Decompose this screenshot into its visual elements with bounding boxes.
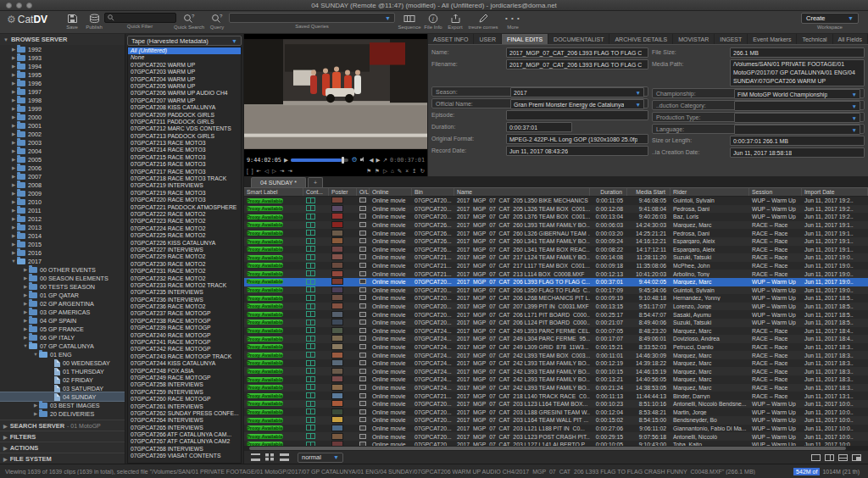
- add-marker-icon[interactable]: ⚑: [375, 167, 380, 175]
- tape-list-item[interactable]: 07GPCAT243 RACE MOTOGP TRACK: [128, 353, 241, 360]
- actions-header[interactable]: ▶ ACTIONS: [0, 442, 125, 453]
- details-tab[interactable]: Technical: [797, 34, 832, 44]
- tree-expander-icon[interactable]: ▶: [32, 403, 39, 408]
- tree-item[interactable]: ▶ 06 GP ITALY: [0, 333, 125, 342]
- table-row[interactable]: Proxy Available Online movie 07GPCAT26..…: [244, 237, 868, 246]
- next-clip-icon[interactable]: ▶: [376, 157, 381, 164]
- tree-expander-icon[interactable]: ▶: [10, 123, 17, 128]
- play-button[interactable]: ▶: [284, 157, 288, 164]
- tape-list-item[interactable]: 07GPCAT264 INTERVIEWS: [128, 417, 241, 424]
- tape-list-item[interactable]: 07GPCAT258 INTERVIEWS: [128, 381, 241, 388]
- column-header[interactable]: Media Start: [627, 188, 670, 196]
- set-marker-icon[interactable]: ⚑: [366, 167, 371, 175]
- tree-expander-icon[interactable]: ▶: [10, 165, 17, 170]
- tree-item[interactable]: ▶ 1995: [0, 70, 125, 79]
- table-row[interactable]: Proxy Available Online movie 07GPCAT24..…: [244, 367, 868, 375]
- tape-list-item[interactable]: 07GPCAT221 PADDOCK ATMOSPHERE: [128, 204, 241, 211]
- tree-item[interactable]: ▼ 2017: [0, 257, 125, 265]
- tree-item[interactable]: 03 SATURDAY: [0, 384, 125, 392]
- table-row[interactable]: Proxy Available Online movie 07GPCAT24..…: [244, 351, 868, 359]
- table-row[interactable]: Proxy Available Online movie 07GPCAT20..…: [244, 197, 868, 205]
- table-row[interactable]: Proxy Available Online movie 07GPCAT24..…: [244, 375, 868, 384]
- tree-expander-icon[interactable]: ▶: [22, 309, 29, 314]
- tree-item[interactable]: ▶ 2012: [0, 214, 125, 223]
- table-row[interactable]: Proxy Available Online movie 07GPCAT26..…: [244, 221, 868, 230]
- tree-expander-icon[interactable]: ▶: [10, 106, 17, 111]
- playhead[interactable]: [342, 157, 344, 164]
- tree-item[interactable]: ▶ 2007: [0, 172, 125, 181]
- details-tab[interactable]: MOVISTAR: [673, 34, 715, 44]
- table-row[interactable]: Proxy Available Online movie 07GPCAT20..…: [244, 205, 868, 214]
- jump-end-icon[interactable]: ⇥: [288, 167, 292, 175]
- column-header[interactable]: Online: [370, 188, 412, 196]
- tree-item[interactable]: ▶ 2010: [0, 197, 125, 206]
- tape-list-item[interactable]: 07GPCAT219 RACE MOTO3: [128, 190, 241, 197]
- tree-item[interactable]: ▶ 2009: [0, 189, 125, 197]
- field-input[interactable]: FIM MotoGP World Championship▼: [734, 89, 860, 99]
- tree-expander-icon[interactable]: ▶: [22, 301, 29, 306]
- tape-list-item[interactable]: 07GPCAT213 RACE MOTO3: [128, 140, 241, 147]
- table-row[interactable]: Proxy Available Online movie 07GPCAT21..…: [244, 262, 868, 270]
- tape-list-item[interactable]: 07GPCAT226 KISS CATALUNYA: [128, 240, 241, 247]
- delete-marker-icon[interactable]: ×: [405, 167, 409, 175]
- tape-list-item[interactable]: 07GPCAT232 RACE MOTO2: [128, 275, 241, 282]
- tape-list-item[interactable]: 07GPCAT225 RACE MOTO2: [128, 232, 241, 239]
- scrollbar-thumb[interactable]: [249, 447, 846, 450]
- tape-list-item[interactable]: 07GPCAT260 RACE MOTOGP: [128, 396, 241, 403]
- seek-bar[interactable]: [291, 158, 349, 162]
- details-tab[interactable]: ASSET INFO: [428, 34, 475, 44]
- tree-expander-icon[interactable]: ▶: [10, 191, 17, 196]
- column-header[interactable]: Poster: [329, 188, 357, 196]
- loop-icon[interactable]: ↻: [420, 167, 425, 175]
- tree-item[interactable]: ▶ 04 GP SPAIN: [0, 316, 125, 325]
- layout-single-icon[interactable]: [811, 454, 821, 461]
- column-header[interactable]: Duration: [590, 188, 627, 196]
- video-frame[interactable]: [244, 34, 427, 154]
- table-row[interactable]: Proxy Available Online movie 07GPCAT21..…: [244, 270, 868, 278]
- tree-expander-icon[interactable]: ▶: [10, 157, 17, 162]
- field-input[interactable]: ▼: [506, 110, 648, 120]
- tape-list-item[interactable]: 07GPCAT235 INTERVIEWS: [128, 289, 241, 296]
- tree-item[interactable]: ▶ 2006: [0, 164, 125, 172]
- tape-list-item[interactable]: 07GPCAT236 INTERVIEWS: [128, 297, 241, 303]
- tree-expander-icon[interactable]: ▶: [10, 199, 17, 204]
- table-row[interactable]: Proxy Available Online movie 07GPCAT21..…: [244, 392, 868, 400]
- table-row[interactable]: Proxy Available Online movie 07GPCAT20..…: [244, 310, 868, 319]
- layout-vertical-split-icon[interactable]: [825, 454, 834, 461]
- tape-list-item[interactable]: 07GPCAT217 RACE MOTO3: [128, 169, 241, 175]
- tree-expander-icon[interactable]: ▶: [10, 140, 17, 145]
- tree-expander-icon[interactable]: ▶: [10, 148, 17, 153]
- tape-list-item[interactable]: 07GPCAT212 MARC VDS CONTENTS: [128, 125, 241, 132]
- table-row[interactable]: Proxy Available Online movie 07GPCAT24..…: [244, 384, 868, 392]
- column-header[interactable]: Bin: [412, 188, 454, 196]
- tree-item[interactable]: ▶ 2014: [0, 231, 125, 240]
- tree-item[interactable]: ▶ 2011: [0, 206, 125, 214]
- tree-item[interactable]: ▶ 1992: [0, 45, 125, 53]
- tape-list-item[interactable]: 07GPCAT229 RACE MOTO2: [128, 253, 241, 260]
- tree-item[interactable]: ▶ 03 GP AMERICAS: [0, 308, 125, 316]
- tree-item[interactable]: 01 THURSDAY: [0, 367, 125, 375]
- tree-expander-icon[interactable]: ▶: [10, 55, 17, 60]
- details-tab[interactable]: USER: [474, 34, 501, 44]
- tape-list-item[interactable]: 07GPCAT230 RACE MOTO2: [128, 261, 241, 268]
- table-row[interactable]: Proxy Available Online movie 07GPCAT24..…: [244, 335, 868, 343]
- table-row[interactable]: Proxy Available Online movie 07GPCAT26..…: [244, 246, 868, 254]
- table-row[interactable]: Proxy Available Online movie 07GPCAT24..…: [244, 343, 868, 352]
- table-row[interactable]: Proxy Available Online movie 07GPCAT20..…: [244, 303, 868, 311]
- tree-expander-icon[interactable]: ▶: [22, 335, 29, 340]
- export-button[interactable]: Export: [444, 13, 466, 30]
- tape-list-item[interactable]: 07GPCAT215 RACE MOTO3: [128, 154, 241, 161]
- table-row[interactable]: Proxy Available Online movie 07GPCAT20..…: [244, 416, 868, 425]
- mark-in-icon[interactable]: [: [247, 167, 248, 175]
- grid-view-icon[interactable]: [265, 453, 275, 461]
- tree-item[interactable]: ▶ 2000: [0, 113, 125, 121]
- field-input[interactable]: ▼: [734, 113, 860, 123]
- table-row[interactable]: Proxy Available Online movie 07GPCAT20..…: [244, 286, 868, 295]
- saved-queries-select[interactable]: ▼: [229, 13, 395, 23]
- tree-item[interactable]: ▶ 00 SEASON ELEMENTS: [0, 274, 125, 282]
- tree-item[interactable]: ▶ 2008: [0, 181, 125, 189]
- field-input[interactable]: Jun 11, 2017 08:43:26▼: [506, 146, 648, 156]
- field-input[interactable]: MPEG-2 422P-HL Long GOP (1920x1080 25.0f…: [506, 134, 648, 144]
- tree-item[interactable]: ▶ 2016: [0, 248, 125, 257]
- table-row[interactable]: Proxy Available Online movie 07GPCAT21..…: [244, 253, 868, 262]
